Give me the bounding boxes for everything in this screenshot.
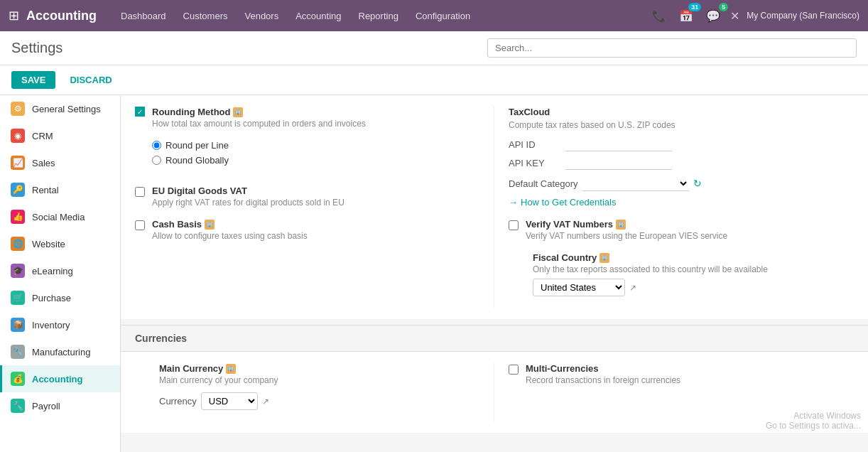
- sidebar-item-payroll[interactable]: 🔧 Payroll: [0, 392, 120, 419]
- nav-configuration[interactable]: Configuration: [408, 8, 477, 24]
- api-id-label: API ID: [509, 139, 558, 150]
- sidebar-item-manufacturing[interactable]: 🔧 Manufacturing: [0, 338, 120, 365]
- sidebar-label: Accounting: [32, 374, 83, 384]
- rounding-method-checkbox[interactable]: ✓: [135, 107, 145, 117]
- round-per-line-radio[interactable]: [152, 141, 161, 150]
- right-column: TaxCloud Compute tax rates based on U.S.…: [494, 107, 854, 308]
- sidebar-item-elearning[interactable]: 🎓 eLearning: [0, 257, 120, 284]
- main-currency-desc: Main currency of your company: [159, 375, 278, 385]
- sidebar-item-rental[interactable]: 🔑 Rental: [0, 176, 120, 203]
- default-category-label: Default Category: [509, 178, 578, 189]
- cash-basis-desc: Allow to configure taxes using cash basi…: [152, 231, 308, 241]
- default-category-row: Default Category ↻: [509, 176, 854, 191]
- verify-vat-checkbox[interactable]: [509, 220, 519, 230]
- search-input[interactable]: [487, 38, 857, 58]
- sidebar-label: Rental: [32, 185, 59, 195]
- round-globally-label: Round Globally: [166, 155, 229, 166]
- fiscal-country-desc: Only the tax reports associated to this …: [533, 264, 768, 274]
- round-per-line-option[interactable]: Round per Line: [152, 140, 479, 151]
- calendar-icon[interactable]: 📅 31: [676, 6, 696, 26]
- nav-vendors[interactable]: Vendors: [237, 8, 286, 24]
- toolbar: SAVE DISCARD: [0, 65, 868, 95]
- sidebar-item-accounting[interactable]: 💰 Accounting: [0, 365, 120, 392]
- external-link-icon[interactable]: ↗: [629, 283, 636, 293]
- social-media-icon: 👍: [11, 210, 25, 224]
- api-key-row: API KEY: [509, 156, 854, 170]
- company-name[interactable]: My Company (San Francisco): [747, 11, 859, 21]
- website-icon: 🌐: [11, 237, 25, 251]
- purchase-icon: 🛒: [11, 291, 25, 305]
- rounding-method-row: ✓ Rounding Method 🏢 How total tax amount…: [135, 107, 479, 129]
- brand-title: Accounting: [26, 9, 97, 23]
- fiscal-country-row: Fiscal Country 🏢 Only the tax reports as…: [509, 252, 854, 296]
- nav-accounting[interactable]: Accounting: [288, 8, 348, 24]
- eu-digital-goods-checkbox[interactable]: [135, 187, 145, 197]
- currency-external-link-icon[interactable]: ↗: [262, 397, 269, 407]
- api-id-row: API ID: [509, 137, 854, 151]
- save-button[interactable]: SAVE: [11, 71, 55, 89]
- currencies-section-header: Currencies: [121, 325, 868, 352]
- verify-vat-enterprise-badge: 🏢: [616, 220, 626, 230]
- verify-vat-desc: Verify VAT numbers using the European VI…: [526, 231, 727, 241]
- phone-icon[interactable]: 📞: [649, 6, 669, 26]
- sidebar-item-purchase[interactable]: 🛒 Purchase: [0, 284, 120, 311]
- top-navigation: ⊞ Accounting Dashboard Customers Vendors…: [0, 0, 868, 31]
- chat-icon[interactable]: 💬 5: [703, 6, 723, 26]
- activate-windows-watermark: Activate Windows Go to Settings to activ…: [766, 411, 861, 431]
- left-column: ✓ Rounding Method 🏢 How total tax amount…: [135, 107, 494, 308]
- round-globally-radio[interactable]: [152, 156, 161, 165]
- nav-reporting[interactable]: Reporting: [352, 8, 406, 24]
- page-title: Settings: [11, 40, 63, 56]
- tax-settings-section: ✓ Rounding Method 🏢 How total tax amount…: [121, 95, 868, 319]
- settings-header: Settings: [0, 31, 868, 65]
- sidebar-label: Website: [32, 239, 65, 249]
- sidebar-item-social-media[interactable]: 👍 Social Media: [0, 203, 120, 230]
- currencies-content: Main Currency 🏢 Main currency of your co…: [121, 352, 868, 433]
- sidebar-item-inventory[interactable]: 📦 Inventory: [0, 311, 120, 338]
- nav-dashboard[interactable]: Dashboard: [114, 8, 173, 24]
- discard-button[interactable]: DISCARD: [63, 71, 119, 89]
- main-currency-enterprise-badge: 🏢: [226, 364, 236, 374]
- manufacturing-icon: 🔧: [11, 345, 25, 359]
- currency-dropdown[interactable]: USD: [201, 392, 258, 410]
- default-category-select[interactable]: [582, 176, 689, 191]
- sidebar-label: Inventory: [32, 320, 70, 330]
- general-settings-icon: ⚙: [11, 102, 25, 116]
- credentials-link[interactable]: → How to Get Credentials: [509, 197, 854, 208]
- multi-currencies-checkbox[interactable]: [509, 365, 519, 375]
- eu-digital-goods-label: EU Digital Goods VAT: [152, 185, 345, 196]
- sidebar-label: Social Media: [32, 212, 85, 222]
- fiscal-country-dropdown[interactable]: United States: [533, 279, 625, 296]
- sales-icon: 📈: [11, 156, 25, 170]
- nav-customers[interactable]: Customers: [176, 8, 235, 24]
- currencies-columns: Main Currency 🏢 Main currency of your co…: [135, 363, 854, 421]
- refresh-icon[interactable]: ↻: [693, 178, 702, 189]
- sidebar: ⚙ General Settings ◉ CRM 📈 Sales 🔑 Renta…: [0, 95, 121, 452]
- api-id-input[interactable]: [565, 137, 672, 151]
- sidebar-item-sales[interactable]: 📈 Sales: [0, 149, 120, 176]
- sidebar-item-general-settings[interactable]: ⚙ General Settings: [0, 95, 120, 122]
- round-per-line-label: Round per Line: [166, 140, 229, 151]
- sidebar-label: Payroll: [32, 401, 60, 411]
- round-globally-option[interactable]: Round Globally: [152, 155, 479, 166]
- sidebar-label: CRM: [32, 131, 53, 141]
- crm-icon: ◉: [11, 129, 25, 143]
- main-currency-column: Main Currency 🏢 Main currency of your co…: [135, 363, 494, 421]
- grid-icon[interactable]: ⊞: [9, 8, 19, 23]
- main-layout: ⚙ General Settings ◉ CRM 📈 Sales 🔑 Renta…: [0, 95, 868, 452]
- multi-currencies-label: Multi-Currencies: [526, 363, 680, 374]
- close-icon[interactable]: ✕: [730, 9, 739, 23]
- sidebar-item-crm[interactable]: ◉ CRM: [0, 122, 120, 149]
- tax-settings-columns: ✓ Rounding Method 🏢 How total tax amount…: [135, 107, 854, 308]
- cash-basis-checkbox[interactable]: [135, 220, 145, 230]
- eu-digital-goods-row: EU Digital Goods VAT Apply right VAT rat…: [135, 185, 479, 208]
- cash-basis-enterprise-badge: 🏢: [205, 220, 215, 230]
- credentials-label: How to Get Credentials: [521, 197, 616, 208]
- fiscal-country-enterprise-badge: 🏢: [600, 253, 609, 263]
- sidebar-item-website[interactable]: 🌐 Website: [0, 230, 120, 257]
- multi-currencies-row: Multi-Currencies Record transactions in …: [509, 363, 854, 385]
- api-key-input[interactable]: [565, 156, 672, 170]
- activate-windows-line1: Activate Windows: [766, 411, 861, 421]
- sidebar-label: Purchase: [32, 293, 71, 303]
- taxcloud-desc: Compute tax rates based on U.S. ZIP code…: [509, 120, 854, 130]
